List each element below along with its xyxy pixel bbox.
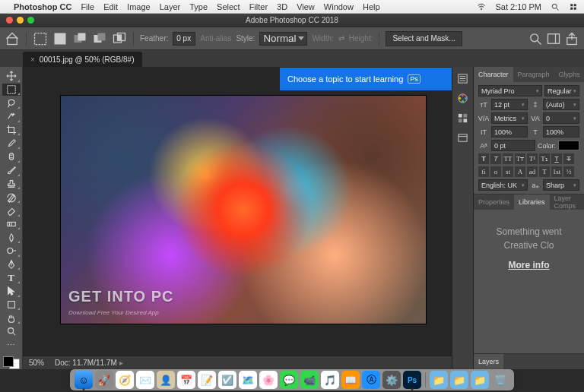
crop-tool[interactable] <box>2 124 21 137</box>
dock-app-photos[interactable]: 🌸 <box>259 371 278 389</box>
history-panel-icon[interactable] <box>456 71 470 85</box>
hscale-field[interactable]: 100% <box>543 126 579 138</box>
tab-libraries[interactable]: Libraries <box>514 194 550 210</box>
language-select[interactable]: English: UK <box>478 179 528 191</box>
eraser-tool[interactable] <box>2 204 21 217</box>
clock[interactable]: Sat 2:10 PM <box>495 2 541 11</box>
shape-tool[interactable] <box>2 299 21 311</box>
tab-glyphs[interactable]: Glyphs <box>554 67 584 82</box>
hand-tool[interactable] <box>2 311 21 324</box>
window-close[interactable] <box>6 17 13 24</box>
sel-intersect-icon[interactable] <box>112 31 127 46</box>
fractions-button[interactable]: ½ <box>563 166 574 177</box>
strike-button[interactable]: T <box>563 153 574 164</box>
font-family-select[interactable]: Myriad Pro <box>478 85 542 96</box>
search-icon[interactable] <box>528 31 543 46</box>
stylistic-button[interactable]: ad <box>527 166 538 177</box>
lasso-tool[interactable] <box>2 96 21 109</box>
document-canvas[interactable]: GET INTO PC Download Free Your Desired A… <box>61 96 426 324</box>
smallcaps-button[interactable]: Tᴛ <box>515 153 525 164</box>
contextual-button[interactable]: σ <box>490 166 501 177</box>
kerning-field[interactable]: Metrics <box>491 112 528 124</box>
sel-add-icon[interactable] <box>72 31 87 46</box>
tooltip-close-icon[interactable]: × <box>451 74 452 84</box>
antialiasing-select[interactable]: Sharp <box>543 179 579 191</box>
vscale-field[interactable]: 100% <box>491 126 528 138</box>
notification-icon[interactable] <box>569 2 578 11</box>
share-icon[interactable] <box>564 31 579 46</box>
dock-app-itunes[interactable]: 🎵 <box>321 371 339 389</box>
italic-button[interactable]: T <box>490 153 501 164</box>
window-zoom[interactable] <box>27 17 34 24</box>
menu-type[interactable]: Type <box>189 2 208 11</box>
dock-folder3[interactable]: 📁 <box>471 371 489 389</box>
menu-layer[interactable]: Layer <box>160 2 181 11</box>
path-select-tool[interactable] <box>2 285 21 298</box>
stamp-tool[interactable] <box>2 178 21 191</box>
bold-button[interactable]: T <box>478 153 489 164</box>
titling-button[interactable]: T <box>539 166 550 177</box>
canvas-area[interactable]: Choose a topic to start learning Ps × GE… <box>23 67 452 369</box>
quick-select-tool[interactable] <box>2 110 21 123</box>
menu-window[interactable]: Window <box>324 2 354 11</box>
spotlight-icon[interactable] <box>551 2 560 11</box>
dock-app-finder[interactable]: ☺ <box>75 371 93 389</box>
dock-app-messages[interactable]: 💬 <box>280 371 298 389</box>
feather-field[interactable]: 0 px <box>173 32 195 46</box>
dock-folder2[interactable]: 📁 <box>450 371 468 389</box>
zoom-level[interactable]: 50% <box>29 359 44 367</box>
dock-app-maps[interactable]: 🗺️ <box>239 371 257 389</box>
dock-app-appstore[interactable]: Ⓐ <box>362 371 380 389</box>
workspace-icon[interactable] <box>546 31 561 46</box>
text-color-well[interactable] <box>558 141 579 150</box>
zoom-tool[interactable] <box>2 325 21 338</box>
menu-help[interactable]: Help <box>363 2 380 11</box>
menu-file[interactable]: File <box>81 2 94 11</box>
doc-info[interactable]: Doc: 11.7M/11.7M <box>55 359 123 367</box>
color-panel-icon[interactable] <box>456 91 470 105</box>
superscript-button[interactable]: T¹ <box>527 153 538 164</box>
move-tool[interactable] <box>2 70 21 83</box>
dock-app-reminders[interactable]: ☑️ <box>218 371 236 389</box>
home-icon[interactable] <box>5 31 20 46</box>
sel-subtract-icon[interactable] <box>92 31 107 46</box>
menu-edit[interactable]: Edit <box>103 2 118 11</box>
baseline-field[interactable]: 0 pt <box>491 140 535 151</box>
ordinals-button[interactable]: 1st <box>551 166 562 177</box>
select-and-mask-button[interactable]: Select and Mask... <box>386 31 462 46</box>
marquee-tool[interactable] <box>2 84 21 96</box>
dock-app-ibooks[interactable]: 📖 <box>341 371 360 389</box>
ligatures-button[interactable]: fi <box>478 166 489 177</box>
menu-filter[interactable]: Filter <box>249 2 268 11</box>
dock-app-contacts[interactable]: 👤 <box>157 371 175 389</box>
tab-layers[interactable]: Layers <box>474 354 503 369</box>
eyedropper-tool[interactable] <box>2 137 21 150</box>
dock-folder1[interactable]: 📁 <box>430 371 448 389</box>
sel-new-icon[interactable] <box>52 31 68 46</box>
subscript-button[interactable]: T₁ <box>539 153 550 164</box>
dock-app-launchpad[interactable]: 🚀 <box>95 371 113 389</box>
window-minimize[interactable] <box>17 17 24 24</box>
tab-properties[interactable]: Properties <box>474 194 514 210</box>
swatches-panel-icon[interactable] <box>456 111 470 125</box>
allcaps-button[interactable]: TT <box>503 153 513 164</box>
dock-app-preferences[interactable]: ⚙️ <box>382 371 401 389</box>
font-size-field[interactable]: 12 pt <box>491 99 528 110</box>
tab-layer-comps[interactable]: Layer Comps <box>550 194 584 210</box>
dock-app-photoshop[interactable]: Ps <box>403 371 421 389</box>
style-select[interactable]: Normal <box>259 32 307 46</box>
font-style-select[interactable]: Regular <box>544 85 579 96</box>
menu-select[interactable]: Select <box>217 2 240 11</box>
history-brush-tool[interactable] <box>2 191 21 204</box>
dock-trash[interactable]: 🗑️ <box>491 371 509 389</box>
swash-button[interactable]: A <box>515 166 525 177</box>
edit-toolbar[interactable]: ⋯ <box>2 339 21 352</box>
menu-3d[interactable]: 3D <box>277 2 287 11</box>
pen-tool[interactable] <box>2 258 21 271</box>
underline-button[interactable]: T <box>551 153 562 164</box>
wifi-icon[interactable] <box>477 2 486 11</box>
dock-app-calendar[interactable]: 📅 <box>177 371 195 389</box>
type-tool[interactable]: T <box>2 271 21 284</box>
dock-app-notes[interactable]: 📝 <box>198 371 216 389</box>
discretionary-button[interactable]: st <box>503 166 513 177</box>
